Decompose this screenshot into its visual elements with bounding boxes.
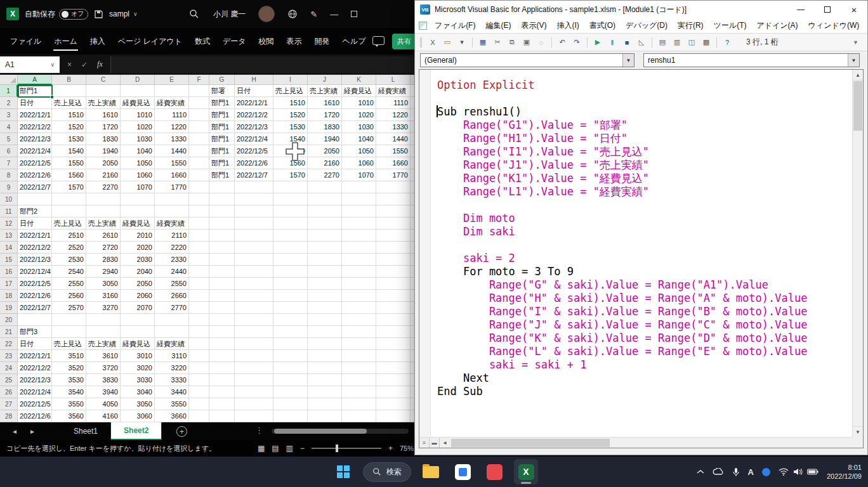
cell-I17[interactable] [273,278,308,290]
run-icon[interactable]: ▶ [592,37,603,48]
cell-C8[interactable]: 2160 [86,169,121,181]
cell-G7[interactable]: 部門1 [209,157,235,169]
scrollbar-thumb[interactable] [853,81,862,131]
scroll-left-icon[interactable]: ◄ [440,440,450,446]
cell-K19[interactable] [342,302,376,314]
code-vertical-scrollbar[interactable]: ▲ ▼ [852,70,863,437]
cell-B23[interactable]: 3510 [52,350,86,362]
column-header-J[interactable]: J [308,75,342,85]
cell-K5[interactable]: 1040 [342,133,376,145]
cell-F13[interactable] [189,230,209,242]
cell-B12[interactable]: 売上見込 [52,218,86,230]
cell-G18[interactable] [209,290,235,302]
cell-C10[interactable] [86,193,121,205]
cell-I12[interactable] [273,218,308,230]
cell-E17[interactable]: 2550 [155,278,189,290]
cell-K4[interactable]: 1030 [342,121,376,133]
cell-B2[interactable]: 売上見込 [52,97,86,109]
cell-J5[interactable]: 1940 [308,133,342,145]
cell-I2[interactable]: 1510 [273,97,308,109]
cell-E25[interactable]: 3330 [155,374,189,386]
cell-H12[interactable] [235,218,273,230]
cell-A3[interactable]: 2022/12/1 [18,109,52,121]
code-line-24[interactable]: End Sub [437,385,852,398]
cell-I24[interactable] [273,362,308,374]
cell-B26[interactable]: 3540 [52,386,86,398]
cell-C24[interactable]: 3720 [86,362,121,374]
ime-indicator[interactable]: A [748,467,754,477]
cell-L11[interactable] [376,205,411,218]
comments-icon[interactable] [372,36,385,45]
row-header-3[interactable]: 3 [0,109,18,121]
cut-icon[interactable]: ✂ [492,37,503,48]
cell-H11[interactable] [235,205,273,218]
globe-icon[interactable] [287,9,298,19]
cell-C4[interactable]: 1720 [86,121,121,133]
dropdown-arrow-icon[interactable]: ▼ [848,54,859,67]
cell-I3[interactable]: 1520 [273,109,308,121]
cell-L28[interactable] [376,410,411,422]
sheet-tab-sheet1[interactable]: Sheet1 [61,422,111,440]
cell-K25[interactable] [342,374,376,386]
cell-B4[interactable]: 1520 [52,121,86,133]
object-browser-icon[interactable]: ◫ [686,37,697,48]
cell-A25[interactable]: 2022/12/3 [18,374,52,386]
name-box[interactable]: A1 ∨ [0,56,60,73]
row-header-4[interactable]: 4 [0,121,18,133]
cell-H28[interactable] [235,410,273,422]
cell-A9[interactable]: 2022/12/7 [18,181,52,193]
cell-A10[interactable] [18,193,52,205]
column-header-A[interactable]: A [18,75,52,85]
ribbon-tab-2[interactable]: 挿入 [84,28,112,55]
cell-K28[interactable] [342,410,376,422]
cell-D6[interactable]: 1040 [121,145,155,157]
cell-F8[interactable] [189,169,209,181]
row-header-19[interactable]: 19 [0,302,18,314]
code-line-17[interactable]: Range("H" & saki).Value = Range("A" & mo… [437,292,852,305]
cell-G3[interactable]: 部門1 [209,109,235,121]
cell-J19[interactable] [308,302,342,314]
code-horizontal-scrollbar[interactable]: ≡ ▬ ◄ [419,437,852,448]
cell-L8[interactable]: 1770 [376,169,411,181]
cell-C1[interactable] [86,85,121,97]
cell-F15[interactable] [189,254,209,266]
cell-K3[interactable]: 1020 [342,109,376,121]
cell-E13[interactable]: 2110 [155,230,189,242]
cell-J1[interactable]: 売上実績 [308,85,342,97]
cell-J14[interactable] [308,242,342,254]
cell-E28[interactable]: 3660 [155,410,189,422]
cell-L7[interactable]: 1660 [376,157,411,169]
cell-J2[interactable]: 1610 [308,97,342,109]
vba-menu-6[interactable]: 実行(R) [673,20,709,31]
tray-app-blue-icon[interactable] [762,468,770,476]
row-header-10[interactable]: 10 [0,193,18,205]
file-explorer-button[interactable] [419,459,443,484]
code-line-6[interactable]: Range("I1").Value = "売上見込" [437,145,852,159]
row-header-17[interactable]: 17 [0,278,18,290]
cell-D24[interactable]: 3020 [121,362,155,374]
formula-input[interactable] [110,56,420,73]
cell-B21[interactable] [52,326,86,338]
cell-C28[interactable]: 4160 [86,410,121,422]
cell-E2[interactable]: 経費実績 [155,97,189,109]
cell-E26[interactable]: 3440 [155,386,189,398]
cell-G17[interactable] [209,278,235,290]
cell-B1[interactable] [52,85,86,97]
design-mode-icon[interactable]: ◺ [636,37,647,48]
cell-F1[interactable] [189,85,209,97]
dropdown-arrow-icon[interactable]: ▼ [622,54,634,67]
ribbon-tab-6[interactable]: 校閲 [253,28,280,55]
cell-G21[interactable] [209,326,235,338]
cell-K9[interactable] [342,181,376,193]
insert-userform-icon[interactable]: ▭ [442,37,453,48]
cell-B17[interactable]: 2550 [52,278,86,290]
vba-menu-8[interactable]: アドイン(A) [751,20,803,31]
cell-B7[interactable]: 1550 [52,157,86,169]
cell-I4[interactable]: 1530 [273,121,308,133]
cell-G22[interactable] [209,338,235,350]
code-line-22[interactable]: saki = saki + 1 [437,358,852,372]
cell-E12[interactable]: 経費実績 [155,218,189,230]
cell-I28[interactable] [273,410,308,422]
cell-L17[interactable] [376,278,411,290]
cell-C6[interactable]: 1940 [86,145,121,157]
